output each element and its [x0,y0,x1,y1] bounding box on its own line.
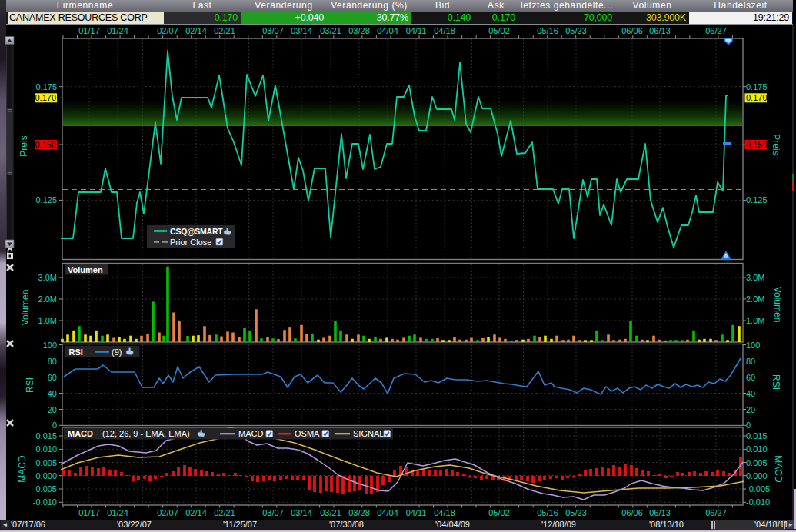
svg-text:(12, 26, 9 - EMA, EMA): (12, 26, 9 - EMA, EMA) [102,429,190,438]
svg-text:02/07: 02/07 [157,26,178,35]
svg-text:0.125: 0.125 [746,195,768,204]
svg-text:03/21: 03/21 [320,508,341,517]
svg-text:RSI: RSI [69,347,83,357]
svg-text:01/24: 01/24 [107,508,128,517]
svg-text:06/27: 06/27 [705,26,727,35]
svg-text:40: 40 [746,389,755,398]
svg-text:OSMA: OSMA [295,429,320,438]
svg-text:-0.010: -0.010 [746,497,770,507]
svg-text:0.175: 0.175 [35,82,57,91]
svg-text:0.005: 0.005 [746,458,768,467]
svg-text:06/13: 06/13 [649,508,671,517]
svg-text:RSI: RSI [25,377,35,393]
svg-text:02/14: 02/14 [185,508,207,517]
svg-text:0.010: 0.010 [746,444,768,454]
svg-text:03/14: 03/14 [291,508,312,517]
svg-text:06/27: 06/27 [705,508,727,517]
svg-text:02/14: 02/14 [185,26,207,35]
svg-text:MACD: MACD [238,429,263,438]
svg-text:04/11: 04/11 [406,508,427,517]
svg-text:Prior Close: Prior Close [170,238,211,247]
svg-text:01/24: 01/24 [107,26,128,35]
svg-text:0.005: 0.005 [35,458,57,467]
svg-text:Volumen: Volumen [772,287,783,323]
svg-text:02/21: 02/21 [214,26,235,35]
svg-text:Preis: Preis [18,135,29,156]
svg-text:-0.010: -0.010 [33,497,57,507]
svg-text:05/23: 05/23 [565,26,587,35]
svg-text:03/07: 03/07 [262,508,284,517]
svg-text:06/06: 06/06 [621,26,643,35]
svg-text:3.0M: 3.0M [38,273,57,282]
svg-text:0.170: 0.170 [35,93,56,102]
svg-text:2.0M: 2.0M [38,294,57,304]
svg-text:05/16: 05/16 [537,26,558,35]
svg-text:0.150: 0.150 [35,140,56,149]
svg-text:03/28: 03/28 [348,26,370,35]
svg-text:04/18: 04/18 [434,508,455,517]
svg-text:MACD: MACD [17,455,28,483]
svg-text:0.175: 0.175 [746,82,768,91]
svg-text:3.0M: 3.0M [746,273,764,282]
svg-text:20: 20 [746,405,755,414]
svg-text:Volumen: Volumen [68,265,103,274]
svg-text:0.015: 0.015 [746,431,768,441]
svg-text:0: 0 [746,421,751,430]
svg-text:(9): (9) [112,347,122,357]
svg-text:05/23: 05/23 [565,508,587,517]
svg-text:0.170: 0.170 [746,93,768,102]
svg-text:SIGNAL: SIGNAL [353,429,384,438]
svg-text:03/21: 03/21 [320,26,341,35]
svg-text:60: 60 [746,373,755,382]
svg-text:04/04: 04/04 [377,26,398,35]
svg-text:03/28: 03/28 [348,508,370,517]
svg-text:-0.005: -0.005 [746,484,770,494]
svg-text:0: 0 [52,421,57,430]
svg-text:1.0M: 1.0M [746,316,764,325]
svg-text:01/17: 01/17 [78,26,100,35]
svg-text:03/14: 03/14 [291,26,312,35]
svg-text:03/07: 03/07 [262,26,284,35]
svg-text:05/02: 05/02 [488,26,510,35]
svg-text:02/07: 02/07 [157,508,178,517]
svg-text:80: 80 [746,357,755,366]
svg-text:05/16: 05/16 [537,508,558,517]
svg-text:04/11: 04/11 [406,26,427,35]
svg-text:100: 100 [43,341,57,350]
svg-text:100: 100 [746,341,760,350]
svg-text:0.010: 0.010 [35,444,57,454]
svg-text:02/21: 02/21 [214,508,235,517]
svg-text:CSQ@SMART: CSQ@SMART [170,227,223,236]
svg-text:-0.005: -0.005 [33,484,57,494]
svg-text:0.000: 0.000 [746,471,768,480]
svg-text:0.000: 0.000 [35,471,57,480]
svg-text:40: 40 [48,389,57,398]
svg-text:04/04: 04/04 [377,508,398,517]
svg-text:0.015: 0.015 [35,431,57,441]
svg-text:MACD: MACD [68,429,93,438]
svg-text:80: 80 [48,357,57,366]
svg-text:05/02: 05/02 [488,508,510,517]
svg-text:2.0M: 2.0M [746,294,764,304]
svg-text:06/06: 06/06 [621,508,643,517]
svg-text:Volumen: Volumen [20,290,31,326]
svg-text:0.150: 0.150 [746,140,768,149]
svg-text:01/17: 01/17 [78,508,100,517]
svg-text:0.125: 0.125 [35,195,57,204]
svg-text:1.0M: 1.0M [38,316,57,325]
svg-text:06/13: 06/13 [649,26,671,35]
svg-text:RSI: RSI [771,374,781,390]
svg-text:MACD: MACD [773,455,784,483]
svg-text:Preis: Preis [771,134,781,155]
svg-text:60: 60 [48,373,57,382]
svg-text:20: 20 [48,405,57,414]
svg-text:04/18: 04/18 [434,26,455,35]
